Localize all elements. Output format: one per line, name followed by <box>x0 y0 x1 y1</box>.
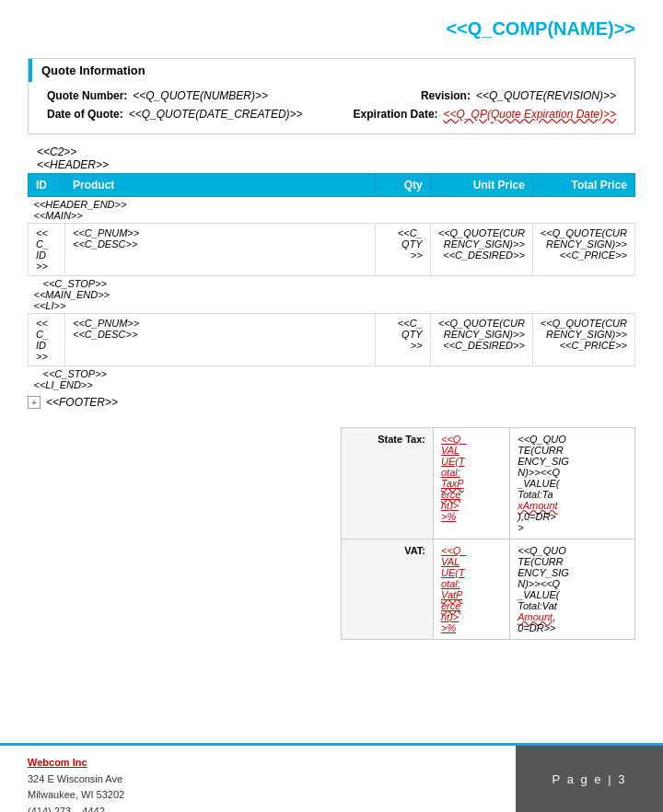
quote-info-section: Quote Information Quote Number: <<Q_QUOT… <box>28 58 635 134</box>
footer-city: Milwaukee, WI 53202 <box>28 787 488 804</box>
stop-row2: <<C_STOP>> <<LI_END>> <box>29 366 635 393</box>
stop-row: <<C_STOP>> <<MAIN_END>> <<LI>> <box>29 276 635 314</box>
totals-section: State Tax: <<Q_VALUE(Total:TaxPercent)>>… <box>28 427 635 640</box>
page-footer: Webcom Inc 324 E Wisconsin Ave Milwaukee… <box>0 743 663 812</box>
vat-row: VAT: <<Q_VALUE(Total:VatPercent)>>% <<Q_… <box>342 539 635 640</box>
col-qty-header: Qty <box>375 174 430 197</box>
expiration-value: <<Q_QP(Quote Expiration Date)>> <box>444 108 616 121</box>
state-tax-row: State Tax: <<Q_VALUE(Total:TaxPercent)>>… <box>342 428 635 539</box>
row1-id: <<C_ID>> <box>29 224 65 276</box>
row2-unit: <<Q_QUOTE(CURRENCY_SIGN)>> <<C_DESIRED>> <box>430 314 532 366</box>
date-row: Date of Quote: <<Q_QUOTE(DATE_CREATED)>>… <box>47 108 616 121</box>
col-product-header: Product <box>65 174 376 197</box>
revision-cell: Revision: <<Q_QUOTE(REVISION)>> <box>421 89 616 102</box>
page-header: <<Q_COMP(NAME)>> <box>28 18 635 40</box>
totals-table: State Tax: <<Q_VALUE(Total:TaxPercent)>>… <box>341 427 635 640</box>
company-name-tag: <<Q_COMP(NAME)>> <box>446 18 635 39</box>
date-label: Date of Quote: <box>47 108 123 121</box>
date-value: <<Q_QUOTE(DATE_CREATED)>> <box>129 108 303 121</box>
add-icon[interactable]: + <box>28 396 41 409</box>
table-row: <<C_ID>> <<C_PNUM>> <<C_DESC>> <<C_QTY>>… <box>29 224 635 276</box>
quote-info-content: Quote Number: <<Q_QUOTE(NUMBER)>> Revisi… <box>29 82 634 133</box>
row1-unit: <<Q_QUOTE(CURRENCY_SIGN)>> <<C_DESIRED>> <box>430 224 532 276</box>
footer-company-name: Webcom Inc <box>28 755 488 771</box>
vat-percent: <<Q_VALUE(Total:VatPercent)>>% <box>434 539 510 640</box>
footer-address: 324 E Wisconsin Ave <box>28 771 488 788</box>
quote-number-cell: Quote Number: <<Q_QUOTE(NUMBER)>> <box>47 89 268 102</box>
revision-label: Revision: <box>421 89 471 102</box>
footer-left: Webcom Inc 324 E Wisconsin Ave Milwaukee… <box>0 746 516 812</box>
table-row: <<C_ID>> <<C_PNUM>> <<C_DESC>> <<C_QTY>>… <box>29 314 635 366</box>
revision-value: <<Q_QUOTE(REVISION)>> <box>476 89 616 102</box>
row2-product: <<C_PNUM>> <<C_DESC>> <box>65 314 376 366</box>
vat-amount: <<Q_QUOTE(CURRENCY_SIGN)>><<Q_VALUE(Tota… <box>510 539 635 640</box>
row2-total: <<Q_QUOTE(CURRENCY_SIGN)>> <<C_PRICE>> <box>532 314 634 366</box>
quote-number-row: Quote Number: <<Q_QUOTE(NUMBER)>> Revisi… <box>47 89 616 102</box>
row1-qty: <<C_QTY>> <box>375 224 430 276</box>
product-table: ID Product Qty Unit Price Total Price <<… <box>28 173 635 392</box>
col-total-header: Total Price <box>532 174 634 197</box>
template-c2: <<C2>> <<HEADER>> <box>28 145 635 171</box>
quote-number-value: <<Q_QUOTE(NUMBER)>> <box>133 89 268 102</box>
state-tax-amount: <<Q_QUOTE(CURRENCY_SIGN)>><<Q_VALUE(Tota… <box>510 428 635 539</box>
col-unit-header: Unit Price <box>430 174 532 197</box>
row1-product: <<C_PNUM>> <<C_DESC>> <box>65 224 376 276</box>
state-tax-percent: <<Q_VALUE(Total:TaxPercent)>>% <box>434 428 510 539</box>
col-id-header: ID <box>29 174 65 197</box>
expiration-cell: Expiration Date: <<Q_QP(Quote Expiration… <box>354 108 616 121</box>
quote-info-title: Quote Information <box>29 59 634 82</box>
quote-number-label: Quote Number: <box>47 89 127 102</box>
row1-total: <<Q_QUOTE(CURRENCY_SIGN)>> <<C_PRICE>> <box>532 224 634 276</box>
state-tax-label: State Tax: <box>342 428 434 539</box>
add-row-area: + <<FOOTER>> <box>28 396 635 409</box>
row2-qty: <<C_QTY>> <box>375 314 430 366</box>
table-header-row: ID Product Qty Unit Price Total Price <box>29 174 635 197</box>
date-cell: Date of Quote: <<Q_QUOTE(DATE_CREATED)>> <box>47 108 303 121</box>
footer-page-number: P a g e | 3 <box>516 746 663 812</box>
page: <<Q_COMP(NAME)>> Quote Information Quote… <box>0 0 663 812</box>
footer-phone: (414) 273 – 4442 <box>28 804 488 812</box>
expiration-label: Expiration Date: <box>354 108 438 121</box>
vat-label: VAT: <box>342 539 434 640</box>
row2-id: <<C_ID>> <box>29 314 65 366</box>
header-end-row: <<HEADER_END>> <<MAIN>> <box>29 197 635 224</box>
